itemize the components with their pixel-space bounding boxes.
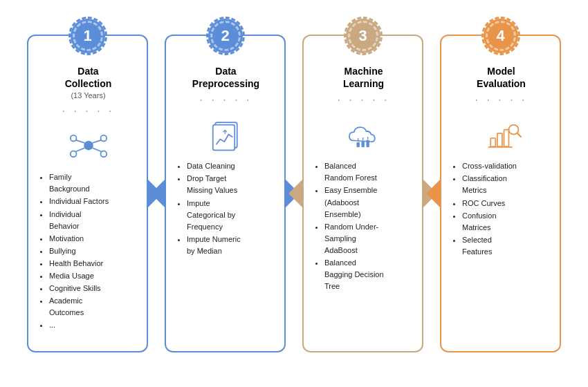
step-4-dots: · · · · ·	[451, 94, 551, 106]
step-1-bullets: FamilyBackground Individual Factors Indi…	[38, 171, 138, 332]
bullet-selected: SelectedFeatures	[462, 234, 551, 258]
bullet-more: ...	[49, 319, 138, 331]
step-3-icon	[313, 113, 414, 155]
bullet-family: FamilyBackground	[49, 171, 138, 195]
bullet-confusion: ConfusionMatrices	[462, 210, 551, 234]
svg-point-1	[70, 135, 76, 142]
step-4-number: 4	[486, 21, 516, 51]
bullet-balanced-rf: BalancedRandom Forest	[324, 160, 414, 184]
svg-rect-14	[366, 140, 369, 147]
step-4-title: ModelEvaluation	[451, 65, 551, 90]
bullet-individual-factors: Individual Factors	[49, 196, 138, 207]
svg-point-0	[84, 141, 92, 149]
step-4-bullets: Cross-validation ClassificationMetrics R…	[451, 160, 551, 258]
flowchart: 1 DataCollection (13 Years) · · · · ·	[0, 0, 588, 387]
step-4-icon	[451, 113, 551, 155]
step-2-dots: · · · · ·	[176, 94, 276, 106]
step-1-wrapper: 1 DataCollection (13 Years) · · · · ·	[27, 14, 148, 373]
bullet-motivation: Motivation	[49, 233, 138, 245]
bullet-cleaning: Data Cleaning	[187, 160, 276, 172]
step-3-bullets: BalancedRandom Forest Easy Ensemble(Adab…	[313, 160, 414, 293]
step-1-card: 1 DataCollection (13 Years) · · · · ·	[27, 35, 148, 352]
step-3-card: 3 MachineLearning · · · · ·	[302, 35, 423, 352]
step-2-wrapper: 2 DataPreprocessing · · · · · Dat	[165, 14, 286, 373]
svg-rect-20	[504, 129, 508, 147]
svg-point-4	[100, 151, 107, 157]
svg-rect-10	[212, 124, 235, 150]
step-1-icon	[38, 124, 138, 166]
svg-line-7	[75, 148, 84, 151]
svg-rect-19	[497, 133, 502, 147]
bullet-random-under: Random Under-SamplingAdaBoost	[324, 221, 414, 256]
step-3-wrapper: 3 MachineLearning · · · · ·	[302, 14, 423, 373]
step-1-dots: · · · · ·	[38, 105, 138, 117]
step-3-title: MachineLearning	[313, 65, 414, 90]
bullet-media: Media Usage	[49, 270, 138, 282]
svg-line-23	[517, 133, 520, 137]
bullet-academic: AcademicOutcomes	[49, 295, 138, 319]
bullet-cross-val: Cross-validation	[462, 160, 551, 172]
step-4-card: 4 ModelEvaluation · · · · · Cross	[440, 35, 561, 352]
svg-point-3	[70, 151, 76, 157]
bullet-balanced-bag: BalancedBagging DecisionTree	[324, 257, 414, 292]
svg-line-8	[92, 148, 101, 151]
bullet-drop-target: Drop TargetMissing Values	[187, 173, 276, 196]
step-2-icon	[176, 113, 276, 155]
bullet-easy-ensemble: Easy Ensemble(AdaboostEnsemble)	[324, 185, 414, 220]
step-1-subtitle: (13 Years)	[38, 91, 138, 100]
bullet-roc: ROC Curves	[462, 198, 551, 209]
svg-point-2	[100, 135, 107, 142]
svg-rect-13	[361, 141, 364, 147]
step-3-number: 3	[348, 21, 378, 51]
step-3-dots: · · · · ·	[313, 94, 414, 106]
bullet-bullying: Bullying	[49, 245, 138, 257]
bullet-classification: ClassificationMetrics	[462, 173, 551, 196]
step-1-number: 1	[73, 21, 103, 51]
step-2-number: 2	[210, 21, 241, 51]
svg-rect-12	[356, 142, 359, 147]
step-1-title: DataCollection	[38, 65, 138, 90]
bullet-impute-cat: ImputeCategorical byFrequency	[187, 198, 276, 233]
step-2-bullets: Data Cleaning Drop TargetMissing Values …	[176, 160, 276, 257]
bullet-impute-num: Impute Numericby Median	[187, 234, 276, 257]
bullet-health: Health Behavior	[49, 258, 138, 270]
step-2-card: 2 DataPreprocessing · · · · · Dat	[165, 35, 286, 352]
bullet-individual-behavior: IndividualBehavior	[49, 209, 138, 232]
step-2-title: DataPreprocessing	[176, 65, 276, 90]
step-4-wrapper: 4 ModelEvaluation · · · · · Cross	[440, 14, 561, 373]
svg-rect-18	[490, 138, 495, 147]
svg-line-6	[92, 140, 101, 143]
bullet-cognitive: Cognitive Skills	[49, 283, 138, 294]
svg-line-5	[75, 140, 84, 143]
